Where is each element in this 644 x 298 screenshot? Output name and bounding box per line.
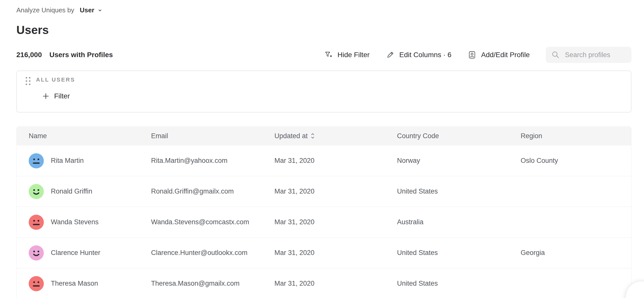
user-region: Oslo County — [521, 157, 631, 165]
user-country: United States — [397, 280, 521, 287]
column-header-name[interactable]: Name — [29, 132, 151, 140]
user-name: Wanda Stevens — [51, 218, 99, 226]
profiles-count-number: 216,000 — [16, 51, 42, 59]
user-region: Georgia — [521, 249, 631, 257]
user-avatar — [29, 215, 44, 230]
user-email: Theresa.Mason@gmailx.com — [151, 280, 274, 287]
analyze-uniques-row: Analyze Uniques by User — [16, 6, 631, 14]
user-country: United States — [397, 249, 521, 257]
user-country: Norway — [397, 157, 521, 165]
add-edit-profile-label: Add/Edit Profile — [481, 51, 530, 59]
toolbar: Hide Filter Edit Columns · 6 Add/Edit Pr… — [324, 47, 631, 63]
edit-columns-button[interactable]: Edit Columns · 6 — [386, 50, 451, 59]
user-updated-at: Mar 31, 2020 — [274, 249, 397, 257]
funnel-plus-icon — [324, 50, 333, 59]
all-users-group-label: ALL USERS — [36, 77, 75, 83]
column-header-email-label: Email — [151, 132, 168, 140]
user-email: Wanda.Stevens@comcastx.com — [151, 218, 274, 226]
search-icon — [551, 51, 560, 59]
user-name: Clarence Hunter — [51, 249, 100, 257]
column-header-region[interactable]: Region — [521, 132, 631, 140]
user-email: Rita.Martin@yahoox.com — [151, 157, 274, 165]
table-row[interactable]: Clarence Hunter Clarence.Hunter@outlookx… — [17, 238, 631, 268]
user-email: Clarence.Hunter@outlookx.com — [151, 249, 274, 257]
profile-card-icon — [468, 50, 477, 59]
add-filter-button[interactable]: Filter — [42, 92, 70, 100]
analyze-by-value: User — [80, 6, 94, 14]
column-header-country-code-label: Country Code — [397, 132, 439, 140]
drag-handle-icon[interactable] — [26, 77, 30, 85]
add-filter-label: Filter — [54, 92, 70, 100]
column-header-name-label: Name — [29, 132, 47, 140]
filter-card: ALL USERS Filter — [16, 70, 631, 113]
user-avatar — [29, 245, 44, 260]
user-updated-at: Mar 31, 2020 — [274, 280, 397, 287]
profiles-count: 216,000 Users with Profiles — [16, 51, 113, 59]
column-header-country-code[interactable]: Country Code — [397, 132, 521, 140]
page-title: Users — [16, 23, 631, 37]
pencil-icon — [386, 50, 395, 59]
search-profiles-box — [546, 47, 631, 63]
user-avatar — [29, 153, 44, 168]
edit-columns-label: Edit Columns · 6 — [399, 51, 451, 59]
hide-filter-button[interactable]: Hide Filter — [324, 50, 370, 59]
hide-filter-label: Hide Filter — [337, 51, 370, 59]
user-updated-at: Mar 31, 2020 — [274, 188, 397, 195]
add-edit-profile-button[interactable]: Add/Edit Profile — [468, 50, 530, 59]
user-country: Australia — [397, 218, 521, 226]
user-name: Theresa Mason — [51, 280, 98, 287]
column-header-email[interactable]: Email — [151, 132, 274, 140]
sort-icon — [311, 133, 315, 139]
search-profiles-input[interactable] — [564, 51, 626, 59]
user-avatar — [29, 184, 44, 199]
analyze-uniques-label: Analyze Uniques by — [16, 6, 74, 14]
table-row[interactable]: Rita Martin Rita.Martin@yahoox.com Mar 3… — [17, 145, 631, 176]
user-avatar — [29, 276, 44, 291]
user-updated-at: Mar 31, 2020 — [274, 157, 397, 165]
user-updated-at: Mar 31, 2020 — [274, 218, 397, 226]
column-header-updated-at-label: Updated at — [274, 132, 308, 140]
table-header-row: Name Email Updated at Country Code Regio… — [17, 126, 631, 145]
meta-toolbar-row: 216,000 Users with Profiles Hide Filter … — [16, 47, 631, 63]
table-row[interactable]: Ronald Griffin Ronald.Griffin@gmailx.com… — [17, 176, 631, 207]
column-header-updated-at[interactable]: Updated at — [274, 132, 397, 140]
table-body: Rita Martin Rita.Martin@yahoox.com Mar 3… — [17, 145, 631, 298]
profiles-table: Name Email Updated at Country Code Regio… — [16, 126, 631, 298]
table-row[interactable]: Wanda Stevens Wanda.Stevens@comcastx.com… — [17, 207, 631, 238]
user-email: Ronald.Griffin@gmailx.com — [151, 188, 274, 195]
analyze-by-dropdown[interactable]: User — [80, 6, 102, 14]
users-page: Analyze Uniques by User Users 216,000 Us… — [0, 6, 644, 298]
plus-icon — [42, 92, 50, 100]
user-name: Rita Martin — [51, 157, 84, 165]
user-country: United States — [397, 188, 521, 195]
profiles-count-label: Users with Profiles — [49, 51, 113, 59]
chevron-down-icon — [97, 8, 102, 13]
table-row[interactable]: Theresa Mason Theresa.Mason@gmailx.com M… — [17, 268, 631, 298]
user-name: Ronald Griffin — [51, 188, 92, 195]
column-header-region-label: Region — [521, 132, 542, 140]
